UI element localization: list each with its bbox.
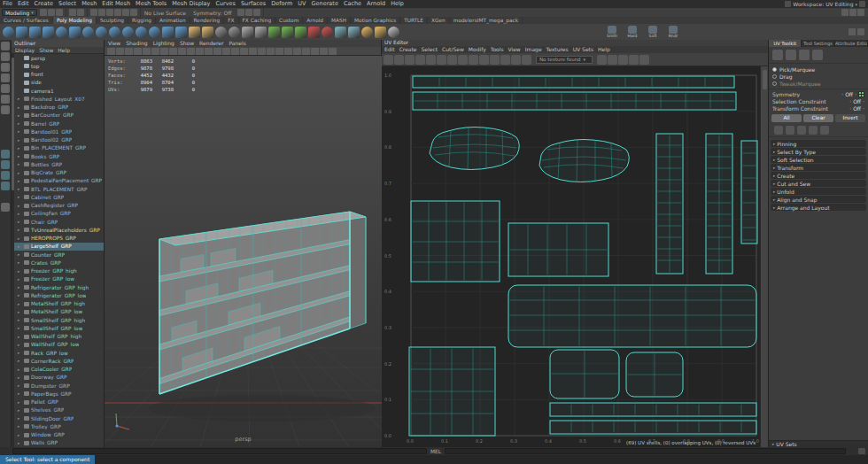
outliner-item[interactable]: persp xyxy=(14,54,104,62)
safe-action-icon[interactable] xyxy=(213,48,221,55)
viewport-menu-view[interactable]: View xyxy=(108,40,120,47)
frame-all-icon[interactable] xyxy=(618,55,628,65)
expand-arrow-icon[interactable]: ▸ xyxy=(18,154,22,159)
outliner-item[interactable]: ▸Books_GRP xyxy=(14,152,104,160)
live-surface-field[interactable]: No Live Surface xyxy=(141,10,190,16)
uv-edge-icon[interactable] xyxy=(786,126,794,135)
clear-button[interactable]: Clear xyxy=(803,114,833,122)
outliner-item[interactable]: ▸Freezer_GRP_high xyxy=(14,267,104,275)
textured-mode-icon[interactable] xyxy=(249,48,257,55)
resolution-gate-icon[interactable] xyxy=(187,48,195,55)
outliner-item[interactable]: ▸Crates_GRP xyxy=(14,259,104,267)
section-select-by-type[interactable]: ▸Select By Type xyxy=(771,148,866,155)
outliner-item[interactable]: ▸CornerRack_GRP xyxy=(14,357,104,365)
section-arrange-and-layout[interactable]: ▸Arrange and Layout xyxy=(771,204,866,211)
shelf-hide-icon[interactable] xyxy=(857,28,864,35)
uv-editor-side-strip[interactable] xyxy=(760,66,768,447)
frame-selected-icon[interactable] xyxy=(629,55,639,65)
tab-tool-settings[interactable]: Tool Settings xyxy=(802,40,834,47)
arrow-left-icon[interactable]: ‹ xyxy=(841,91,843,97)
outliner-item[interactable]: side xyxy=(14,79,104,87)
layout-uv-icon[interactable] xyxy=(458,55,468,65)
uv-shell[interactable] xyxy=(508,285,756,347)
outliner-item[interactable]: ▸CeilingFan_GRP xyxy=(14,210,104,218)
sculpt-icon[interactable] xyxy=(388,27,399,38)
expand-arrow-icon[interactable]: ▸ xyxy=(18,269,22,274)
polyPipe-icon[interactable] xyxy=(162,27,174,38)
shelf-tab-motion-graphics[interactable]: Motion Graphics xyxy=(351,17,400,24)
texture-borders-icon[interactable] xyxy=(511,55,521,65)
shelf-tab-fx[interactable]: FX xyxy=(224,17,238,24)
menu-mesh-tools[interactable]: Mesh Tools xyxy=(133,0,169,8)
polySoccerBall-icon[interactable] xyxy=(109,27,120,38)
uv-sets-section[interactable]: ▸ UV Sets xyxy=(769,440,868,447)
mode-drag[interactable]: Drag xyxy=(772,73,864,80)
scale-tool-icon[interactable] xyxy=(1,95,10,104)
expand-arrow-icon[interactable]: ▸ xyxy=(18,97,22,101)
expand-arrow-icon[interactable]: ▸ xyxy=(18,179,22,183)
viewport-canvas[interactable]: Verts:886384620Edges:987897980Faces:4452… xyxy=(105,56,382,447)
uv-shell[interactable] xyxy=(626,352,683,397)
outliner-item[interactable]: ▸Doorway_GRP xyxy=(14,374,104,382)
expand-arrow-icon[interactable]: ▸ xyxy=(18,433,22,437)
smooth-icon[interactable] xyxy=(361,27,373,38)
gate-mask-icon[interactable] xyxy=(196,48,204,55)
shelf-button-smth[interactable]: Smth xyxy=(603,26,621,38)
command-line-output[interactable] xyxy=(445,448,846,454)
expand-arrow-icon[interactable]: ▸ xyxy=(18,383,22,388)
texture-dropdown[interactable]: No texture found ▾ xyxy=(536,56,593,64)
expand-arrow-icon[interactable]: ▸ xyxy=(18,335,22,339)
new-scene-icon[interactable] xyxy=(40,9,47,16)
camera-attributes-icon[interactable] xyxy=(125,48,133,55)
shelf-button-soft[interactable]: Soft xyxy=(644,26,662,38)
lock-camera-icon[interactable] xyxy=(116,48,124,55)
expand-arrow-icon[interactable]: ▸ xyxy=(18,318,22,322)
extrude-icon[interactable] xyxy=(268,27,280,38)
menu-select[interactable]: Select xyxy=(56,0,79,8)
expand-arrow-icon[interactable]: ▸ xyxy=(18,129,22,134)
select-camera-icon[interactable] xyxy=(107,48,115,55)
uv-menu-uv-sets[interactable]: UV Sets xyxy=(573,46,593,53)
snap-projected-center-icon[interactable] xyxy=(114,9,121,16)
menu-uv[interactable]: UV xyxy=(295,0,308,8)
uv-shell[interactable] xyxy=(430,128,519,171)
outliner-item[interactable]: ▸WallShelf_GRP_high xyxy=(14,333,104,341)
expand-arrow-icon[interactable]: ▸ xyxy=(18,162,22,166)
modeling-toolkit-toggle-icon[interactable] xyxy=(841,9,849,16)
expand-arrow-icon[interactable]: ▸ xyxy=(18,212,22,216)
polyGear-icon[interactable] xyxy=(96,27,107,38)
uv-shell[interactable] xyxy=(741,141,757,244)
uv-shell[interactable] xyxy=(413,76,734,88)
shelf-tab-custom[interactable]: Custom xyxy=(275,17,303,24)
menu-create[interactable]: Create xyxy=(31,0,56,8)
unfold-uv-icon[interactable] xyxy=(447,55,457,65)
expand-arrow-icon[interactable]: ▸ xyxy=(18,359,22,363)
expand-arrow-icon[interactable]: ▸ xyxy=(18,146,22,151)
shelf-tab-modelersimt-mega-pack[interactable]: modelersIMT_mega_pack xyxy=(450,17,523,24)
outliner-item[interactable]: ▸LargeShelf_GRP xyxy=(14,243,104,251)
uv-shell[interactable] xyxy=(656,134,683,274)
expand-arrow-icon[interactable]: ▸ xyxy=(18,171,22,175)
uv-menu-help[interactable]: Help xyxy=(598,46,610,53)
outliner-item[interactable]: ▸PaperBags_GRP xyxy=(14,390,104,398)
outliner-item[interactable]: ▸SmallShelf_GRP_low xyxy=(14,324,104,332)
shelf-tab-curves-surfaces[interactable]: Curves / Surfaces xyxy=(0,17,53,24)
uv-pinch-icon[interactable] xyxy=(799,50,810,60)
svg-tool-icon[interactable] xyxy=(202,27,213,38)
expand-arrow-icon[interactable]: ▸ xyxy=(18,375,22,380)
outliner-item[interactable]: ▸MetalShelf_GRP_high xyxy=(14,300,104,308)
shelf-tab-xgen[interactable]: XGen xyxy=(428,17,450,24)
menu-mesh[interactable]: Mesh xyxy=(79,0,99,8)
expand-arrow-icon[interactable]: ▸ xyxy=(18,302,22,306)
boolean-union-icon[interactable] xyxy=(215,27,227,38)
shelf-tab-rigging[interactable]: Rigging xyxy=(128,17,156,24)
expand-arrow-icon[interactable]: ▸ xyxy=(18,285,22,290)
move-tool-icon[interactable] xyxy=(1,73,10,82)
expand-arrow-icon[interactable]: ▸ xyxy=(18,441,22,445)
anti-alias-icon[interactable] xyxy=(293,48,301,55)
all-button[interactable]: All xyxy=(771,114,802,122)
expand-arrow-icon[interactable]: ▸ xyxy=(18,416,22,421)
shelf-tab-mash[interactable]: MASH xyxy=(328,17,351,24)
expand-arrow-icon[interactable]: ▸ xyxy=(18,244,22,249)
outliner-menu-help[interactable]: Help xyxy=(58,47,70,53)
